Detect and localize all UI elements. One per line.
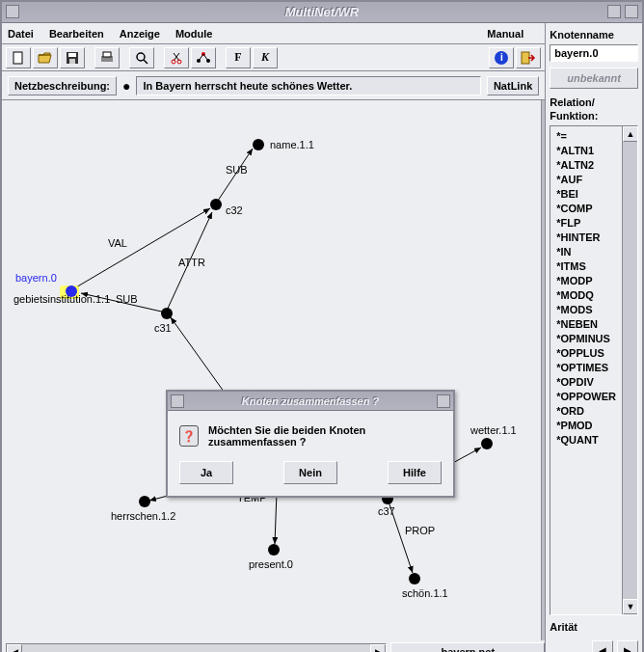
bold-button[interactable]: F	[226, 47, 251, 68]
side-panel: Knotenname bayern.0 unbekannt Relation/ …	[546, 23, 642, 652]
relation-item[interactable]: *OPPLUS	[550, 345, 622, 360]
relation-item[interactable]: *=	[550, 128, 622, 143]
canvas-hscroll[interactable]: ◀ ▶	[6, 643, 387, 652]
relation-item[interactable]: *ORD	[550, 403, 622, 418]
relation-item[interactable]: *HINTER	[550, 230, 622, 244]
svg-rect-2	[68, 53, 76, 57]
relation-item[interactable]: *COMP	[550, 201, 622, 215]
relation-item[interactable]: *PMOD	[550, 418, 622, 432]
aritaet-label: Arität	[550, 621, 638, 633]
zoom-button[interactable]	[129, 47, 154, 68]
relation-item[interactable]: *OPTIMES	[550, 360, 622, 374]
svg-line-18	[216, 149, 253, 204]
scroll-up-icon[interactable]: ▲	[623, 126, 638, 142]
relation-item[interactable]: *OPMINUS	[550, 331, 622, 345]
relation-item[interactable]: *BEI	[550, 186, 622, 201]
dialog-title: Knoten zusammenfassen ?	[242, 395, 379, 407]
description-input[interactable]: In Bayern herrscht heute schönes Wetter.	[136, 76, 480, 95]
scroll-right-icon[interactable]: ▶	[370, 644, 386, 652]
funktion-label: Funktion:	[550, 110, 638, 122]
relation-item[interactable]: *ALTN1	[550, 143, 622, 157]
relation-list[interactable]: *=*ALTN1*ALTN2*AUF*BEI*COMP*FLP*HINTER*I…	[550, 125, 638, 615]
toolbar: F K i	[2, 44, 545, 71]
status-filename: bayern.net	[390, 642, 545, 652]
knotenname-label: Knotenname	[550, 29, 638, 41]
menu-anzeige[interactable]: Anzeige	[120, 28, 160, 40]
svg-line-15	[199, 54, 203, 61]
menu-datei[interactable]: Datei	[8, 28, 34, 40]
relation-item[interactable]: *AUF	[550, 172, 622, 186]
relation-label: Relation/	[550, 96, 638, 108]
hilfe-button[interactable]: Hilfe	[388, 461, 442, 484]
node-present[interactable]	[268, 544, 280, 556]
node-name-input[interactable]: bayern.0	[550, 44, 638, 62]
relation-item[interactable]: *MODP	[550, 273, 622, 287]
open-button[interactable]	[33, 47, 58, 68]
italic-button[interactable]: K	[253, 47, 278, 68]
titlebar: MultiNet/WR	[2, 2, 642, 23]
dialog-message: Möchten Sie die beiden Knoten zusammenfa…	[208, 424, 442, 448]
svg-line-7	[144, 60, 148, 64]
svg-line-16	[203, 54, 208, 61]
svg-rect-17	[522, 52, 529, 64]
dialog-menu-button[interactable]	[171, 394, 184, 408]
node-herrschen[interactable]	[139, 496, 150, 507]
label-c37: c37	[378, 505, 395, 517]
arity-prev-button[interactable]: ◀	[592, 640, 613, 652]
unbekannt-button[interactable]: unbekannt	[550, 68, 638, 89]
window-menu-button[interactable]	[6, 5, 19, 18]
graph-tool-button[interactable]	[191, 47, 216, 68]
relation-item[interactable]: *FLP	[550, 215, 622, 230]
app-title: MultiNet/WR	[285, 5, 360, 19]
save-button[interactable]	[60, 47, 85, 68]
graph-canvas[interactable]: name.1.1 c32 bayern.0 gebietsinstitution…	[2, 100, 542, 640]
description-bar: Netzbeschreibung: ● In Bayern herrscht h…	[2, 71, 545, 100]
print-button[interactable]	[94, 47, 120, 68]
menu-module[interactable]: Module	[175, 28, 213, 40]
hscroll-track[interactable]	[22, 644, 370, 652]
statusbar: ◀ ▶ bayern.net	[2, 640, 545, 652]
arity-next-button[interactable]: ▶	[617, 640, 638, 652]
info-button[interactable]: i	[489, 47, 514, 68]
relation-item[interactable]: *MODQ	[550, 287, 622, 302]
relation-item[interactable]: *OPDIV	[550, 374, 622, 389]
node-schoen[interactable]	[409, 573, 420, 584]
node-c32[interactable]	[210, 199, 222, 210]
new-button[interactable]	[6, 47, 31, 68]
maximize-button[interactable]	[625, 5, 638, 18]
relation-item[interactable]: *ALTN2	[550, 157, 622, 172]
node-name11[interactable]	[253, 139, 264, 150]
node-wetter[interactable]	[481, 438, 493, 449]
label-bayern0: bayern.0	[15, 272, 57, 284]
edge-attr: ATTR	[178, 257, 205, 268]
minimize-button[interactable]	[607, 5, 621, 18]
scroll-left-icon[interactable]: ◀	[7, 644, 22, 652]
natlink-button[interactable]: NatLink	[487, 76, 539, 95]
dialog-titlebar[interactable]: Knoten zusammenfassen ?	[168, 392, 453, 411]
exit-button[interactable]	[516, 47, 541, 68]
svg-line-19	[74, 208, 210, 288]
relation-item[interactable]: *IN	[550, 244, 622, 258]
relation-item[interactable]: *NEBEN	[550, 316, 622, 331]
relation-item[interactable]: *ITMS	[550, 258, 622, 273]
relation-item[interactable]: *QUANT	[550, 432, 622, 447]
menu-bearbeiten[interactable]: Bearbeiten	[49, 28, 104, 40]
label-c31: c31	[154, 322, 172, 334]
menu-manual[interactable]: Manual	[487, 28, 523, 40]
label-present: present.0	[249, 558, 293, 570]
ja-button[interactable]: Ja	[179, 461, 233, 484]
label-schoen: schön.1.1	[402, 587, 448, 599]
dialog-minimize-button[interactable]	[437, 394, 450, 408]
edge-val: VAL	[108, 237, 127, 249]
label-name11: name.1.1	[270, 139, 314, 150]
node-c31[interactable]	[161, 308, 173, 319]
menubar: Datei Bearbeiten Anzeige Module Manual	[2, 23, 545, 44]
cut-button[interactable]	[164, 47, 189, 68]
relation-vscroll[interactable]: ▲ ▼	[622, 126, 637, 614]
relation-item[interactable]: *MODS	[550, 302, 622, 316]
vscroll-track[interactable]	[623, 142, 637, 599]
relation-item[interactable]: *OPPOWER	[550, 389, 622, 403]
question-icon: ❓	[179, 425, 199, 447]
nein-button[interactable]: Nein	[283, 461, 337, 484]
scroll-down-icon[interactable]: ▼	[623, 599, 638, 614]
